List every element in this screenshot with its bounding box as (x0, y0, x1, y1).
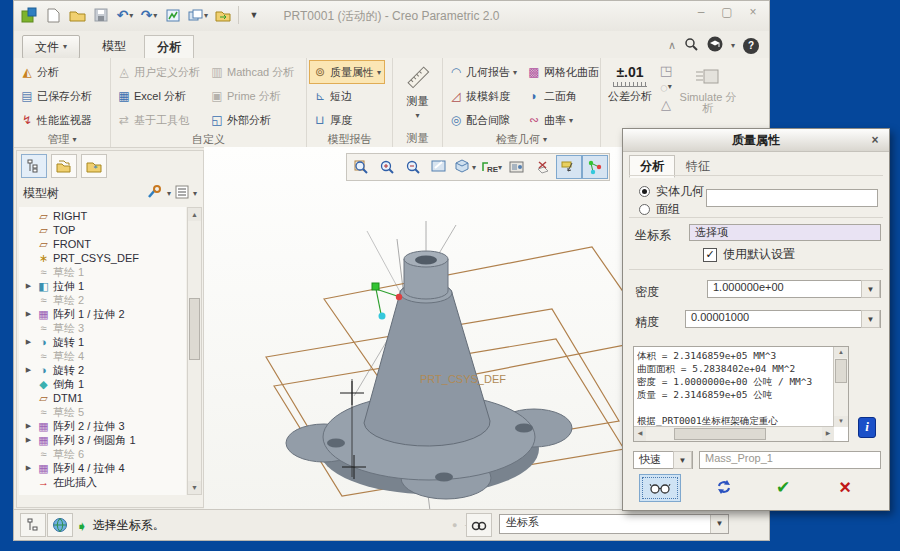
expand-arrow-icon[interactable]: ▶ (23, 310, 34, 318)
search-icon[interactable] (684, 37, 699, 55)
expand-arrow-icon[interactable]: ▶ (23, 282, 34, 290)
group-label-inspect-geometry[interactable]: 检查几何▾ (445, 132, 598, 147)
help-icon[interactable]: ? (743, 38, 759, 54)
ok-button[interactable]: ✔ (761, 474, 805, 500)
view-manager-button[interactable] (504, 155, 530, 179)
cancel-button[interactable]: × (821, 474, 869, 500)
windows-button[interactable]: ▾ (188, 5, 208, 25)
learning-center-icon[interactable] (707, 36, 723, 55)
tree-item[interactable]: ▶▦阵列 1 / 拉伸 2 (23, 307, 186, 321)
tree-item[interactable]: ≈草绘 3 (23, 321, 186, 335)
expand-arrow-icon[interactable]: ▶ (23, 338, 34, 346)
spin-center-button[interactable] (582, 155, 608, 179)
tree-item[interactable]: ≈草绘 2 (23, 293, 186, 307)
windows-dropdown-arrow[interactable]: ▾ (204, 11, 208, 20)
tree-item[interactable]: ▶▦阵列 3 / 倒圆角 1 (23, 433, 186, 447)
ribbon-button[interactable]: ∾曲率▾ (523, 108, 603, 132)
refit-button[interactable] (348, 155, 374, 179)
maximize-button[interactable]: ▢ (719, 5, 735, 19)
ribbon-button[interactable]: ↯性能监视器 (16, 108, 96, 132)
radio-unselected-icon[interactable] (639, 204, 650, 215)
checkbox-checked-icon[interactable]: ✓ (703, 248, 717, 262)
browser-toggle-button[interactable] (47, 513, 73, 537)
collapse-ribbon-icon[interactable]: ∧ (668, 39, 676, 52)
close-button[interactable]: × (745, 5, 761, 19)
tab-file[interactable]: 文件▾ (22, 35, 80, 59)
density-dropdown-arrow[interactable]: ▼ (861, 280, 880, 298)
open-file-button[interactable] (68, 5, 86, 25)
ribbon-button[interactable]: ⊾短边 (309, 84, 385, 108)
scroll-left-icon[interactable]: ◀ (634, 427, 646, 441)
quick-combo[interactable]: 快速 ▼ (633, 451, 693, 469)
tree-item[interactable]: ∗PRT_CSYS_DEF (23, 251, 186, 265)
preview-button[interactable] (639, 474, 681, 502)
ribbon-button[interactable]: ◠几何报告▾ (445, 60, 521, 84)
minimize-button[interactable]: – (693, 5, 709, 19)
tree-item[interactable]: ▶◑旋转 2 (23, 363, 186, 377)
info-icon[interactable]: i (858, 417, 876, 438)
redo-dropdown-arrow[interactable]: ▾ (153, 11, 157, 20)
3d-model-scene[interactable]: PRT_CSYS_DEF (204, 181, 654, 510)
measure-button[interactable]: 测量 ▾ (395, 60, 440, 120)
annotation-display-button[interactable] (556, 155, 582, 179)
tree-item[interactable]: ▱DTM1 (23, 391, 186, 405)
group-label-manage[interactable]: 管理▾ (16, 132, 108, 147)
scroll-up-icon[interactable]: ▲ (834, 347, 848, 358)
ribbon-button[interactable]: ◭分析 (16, 60, 96, 84)
tree-item[interactable]: ▱FRONT (23, 237, 186, 251)
tree-item[interactable]: ▶◑旋转 1 (23, 335, 186, 349)
tree-item[interactable]: ▱TOP (23, 223, 186, 237)
tree-item[interactable]: ▶▦阵列 2 / 拉伸 3 (23, 419, 186, 433)
repaint-button[interactable] (426, 155, 452, 179)
tree-item[interactable]: ≈草绘 4 (23, 349, 186, 363)
scroll-right-icon[interactable]: ▶ (822, 427, 834, 441)
learning-dropdown-arrow[interactable]: ▾ (731, 41, 735, 50)
expand-arrow-icon[interactable]: ▶ (23, 366, 34, 374)
scroll-thumb[interactable] (674, 428, 766, 440)
quilt-collector-field[interactable] (706, 189, 878, 207)
tree-item[interactable]: ▶▦阵列 4 / 拉伸 4 (23, 461, 186, 475)
find-button[interactable] (466, 513, 492, 537)
zoom-in-button[interactable] (374, 155, 400, 179)
ribbon-button[interactable]: ▤已保存分析 (16, 84, 96, 108)
ribbon-button[interactable]: ◗二面角 (523, 84, 603, 108)
new-file-button[interactable] (44, 5, 62, 25)
tree-filters-arrow[interactable]: ▾ (193, 189, 197, 198)
scroll-down-icon[interactable]: ▼ (188, 481, 201, 494)
scroll-thumb[interactable] (189, 298, 200, 360)
results-hscrollbar[interactable]: ◀ ▶ (634, 426, 834, 441)
expand-arrow-icon[interactable]: ▶ (23, 436, 34, 444)
tree-item[interactable]: ≈草绘 6 (23, 447, 186, 461)
tree-settings-arrow[interactable]: ▾ (167, 189, 171, 198)
repeat-button[interactable] (706, 474, 742, 500)
accuracy-combo[interactable]: 0.00001000 ▼ (685, 310, 881, 328)
scroll-up-icon[interactable]: ▲ (188, 208, 201, 221)
ribbon-button[interactable]: ◎配合间隙 (445, 108, 521, 132)
tree-filters-icon[interactable] (175, 185, 189, 202)
ribbon-button[interactable]: ▩网格化曲面 (523, 60, 603, 84)
scroll-thumb[interactable] (835, 359, 847, 383)
expand-arrow-icon[interactable]: ▶ (23, 422, 34, 430)
navigator-toggle-button[interactable] (20, 513, 46, 537)
tree-item[interactable]: ▶◧拉伸 1 (23, 279, 186, 293)
folder-browser-tab[interactable] (51, 154, 77, 178)
analysis-name-field[interactable]: Mass_Prop_1 (699, 451, 881, 469)
ribbon-button[interactable]: ▦Excel 分析 (113, 84, 204, 108)
saved-orientations-button[interactable]: RE▾ (478, 155, 504, 179)
radio-solid-geometry[interactable]: 实体几何 (639, 183, 704, 200)
model-tree-tab[interactable] (21, 154, 47, 178)
zoom-out-button[interactable] (400, 155, 426, 179)
tree-item[interactable]: ◆倒角 1 (23, 377, 186, 391)
undo-button[interactable]: ↶▾ (116, 5, 134, 25)
tree-item[interactable]: ≈草绘 5 (23, 405, 186, 419)
favorites-tab[interactable]: ＊ (81, 154, 107, 178)
redo-button[interactable]: ↷▾ (140, 5, 158, 25)
use-default-checkbox[interactable]: ✓ 使用默认设置 (703, 246, 795, 263)
expand-arrow-icon[interactable]: ▶ (23, 464, 34, 472)
selection-filter-combo[interactable]: 坐标系 ▼ (499, 514, 729, 534)
tree-scrollbar[interactable]: ▲ ▼ (187, 207, 202, 495)
accuracy-dropdown-arrow[interactable]: ▼ (861, 310, 880, 328)
radio-quilt[interactable]: 面组 (639, 201, 680, 218)
dialog-titlebar[interactable]: 质量属性 × (623, 129, 889, 152)
ribbon-button[interactable]: ⊔厚度 (309, 108, 385, 132)
